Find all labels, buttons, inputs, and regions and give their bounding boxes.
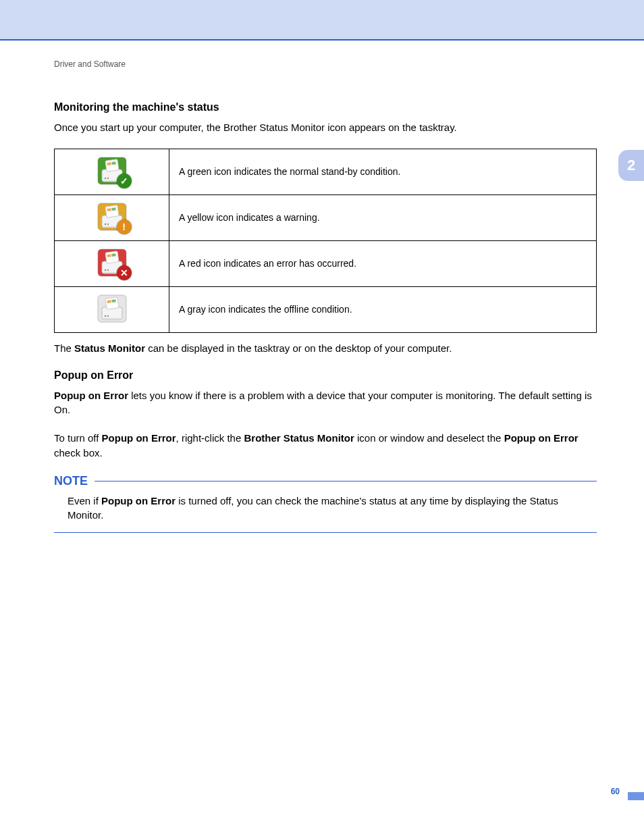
status-description: A gray icon indicates the offline condit… [169,286,597,332]
status-badge-icon: ✓ [117,174,132,188]
status-icon-cell [55,286,169,332]
status-badge-icon: ! [117,219,132,234]
status-icon-cell: ✕ [55,240,169,286]
text: lets you know if there is a problem with… [54,390,592,416]
text-bold: Popup on Error [54,390,128,401]
page-content: Driver and Software Monitoring the machi… [0,41,644,533]
text-bold: Brother Status Monitor [244,432,354,444]
text: icon or window and deselect the [354,432,504,444]
note-block: NOTE Even if Popup on Error is turned of… [54,474,597,533]
printer-icon [97,294,128,323]
svg-rect-28 [111,299,115,303]
text: can be displayed in the tasktray or on t… [145,342,452,354]
page-number: 60 [611,787,620,796]
status-badge-icon: ✕ [117,265,132,280]
header-band [0,0,644,41]
popup-para-1: Popup on Error lets you know if there is… [54,388,597,418]
svg-rect-10 [105,205,118,217]
svg-point-29 [104,315,106,317]
section-heading-monitoring: Monitoring the machine's status [54,101,597,113]
table-row: !A yellow icon indicates a warning. [55,194,597,240]
section-heading-popup: Popup on Error [54,369,597,382]
table-row: A gray icon indicates the offline condit… [55,286,597,332]
text: check box. [54,447,103,459]
note-body: Even if Popup on Error is turned off, yo… [54,488,597,533]
chapter-tab: 2 [618,150,644,181]
table-row: ✕A red icon indicates an error has occur… [55,240,597,286]
status-icon-cell: ✓ [55,149,169,194]
note-label: NOTE [54,474,88,488]
text-bold: Popup on Error [102,432,176,444]
svg-point-22 [107,269,109,271]
text-bold: Popup on Error [504,432,579,444]
text-bold: Popup on Error [101,495,176,506]
svg-point-5 [104,177,106,179]
svg-rect-31 [103,318,121,319]
note-rule [95,481,597,481]
status-description: A green icon indicates the normal stand-… [169,149,597,194]
svg-rect-20 [111,253,115,257]
svg-rect-19 [107,254,111,257]
text: Even if [68,495,101,506]
svg-rect-27 [107,300,111,303]
status-description: A yellow icon indicates a warning. [169,194,597,240]
popup-para-2: To turn off Popup on Error, right-click … [54,431,597,461]
svg-rect-11 [107,208,111,211]
status-monitor-outro: The Status Monitor can be displayed in t… [54,341,597,356]
text: , right-click the [176,432,244,444]
text: The [54,342,74,354]
svg-rect-25 [102,307,122,319]
svg-point-30 [107,315,109,317]
svg-rect-3 [107,162,111,165]
svg-point-6 [107,177,109,179]
text-bold: Status Monitor [74,342,145,354]
text: To turn off [54,432,102,444]
svg-rect-18 [105,251,118,263]
svg-rect-4 [111,161,115,165]
footer-mark [628,792,644,800]
svg-point-14 [107,223,109,225]
status-icon-cell: ! [55,194,169,240]
status-description: A red icon indicates an error has occurr… [169,240,597,286]
intro-text: Once you start up your computer, the Bro… [54,120,597,135]
printer-icon: ✕ [97,248,128,278]
svg-rect-12 [111,207,115,211]
table-row: ✓A green icon indicates the normal stand… [55,149,597,194]
svg-point-21 [104,269,106,271]
printer-icon: ! [97,202,128,232]
svg-point-13 [104,223,106,225]
breadcrumb: Driver and Software [54,59,597,69]
status-icon-table: ✓A green icon indicates the normal stand… [54,149,597,333]
printer-icon: ✓ [97,156,128,186]
svg-rect-26 [105,297,118,309]
svg-rect-2 [105,159,118,172]
